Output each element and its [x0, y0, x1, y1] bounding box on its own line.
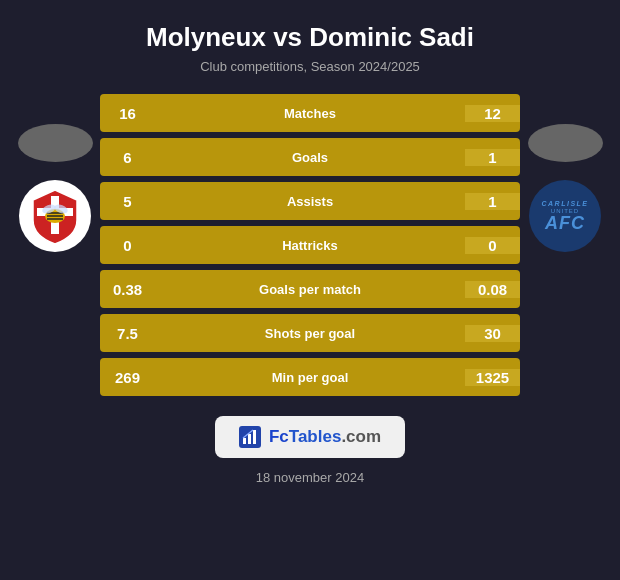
- tables-text: Tables: [289, 427, 342, 446]
- stat-left-value: 0: [100, 237, 155, 254]
- stat-row: 16Matches12: [100, 94, 520, 132]
- fctables-badge: FcTables.com: [215, 416, 405, 458]
- stats-container: 16Matches126Goals15Assists10Hattricks00.…: [100, 94, 520, 396]
- stat-row: 7.5Shots per goal30: [100, 314, 520, 352]
- stat-row: 5Assists1: [100, 182, 520, 220]
- svg-rect-9: [248, 434, 251, 444]
- stat-label: Min per goal: [155, 370, 465, 385]
- bee-icon: [25, 186, 85, 246]
- fc-text: Fc: [269, 427, 289, 446]
- footer-date: 18 november 2024: [256, 470, 364, 485]
- stat-left-value: 0.38: [100, 281, 155, 298]
- stat-right-value: 30: [465, 325, 520, 342]
- stat-row: 269Min per goal1325: [100, 358, 520, 396]
- right-team-emblem: CARLISLE UNITED AFC: [529, 180, 601, 252]
- stat-right-value: 1325: [465, 369, 520, 386]
- svg-rect-10: [253, 430, 256, 444]
- stat-label: Shots per goal: [155, 326, 465, 341]
- page-wrapper: Molyneux vs Dominic Sadi Club competitio…: [0, 0, 620, 580]
- main-content: 16Matches126Goals15Assists10Hattricks00.…: [0, 94, 620, 396]
- dotcom-text: .com: [341, 427, 381, 446]
- stat-right-value: 1: [465, 193, 520, 210]
- right-ellipse-decoration: [528, 124, 603, 162]
- stat-label: Assists: [155, 194, 465, 209]
- stat-label: Matches: [155, 106, 465, 121]
- left-ellipse-decoration: [18, 124, 93, 162]
- svg-rect-8: [243, 438, 246, 444]
- stat-label: Hattricks: [155, 238, 465, 253]
- stat-left-value: 6: [100, 149, 155, 166]
- stat-left-value: 5: [100, 193, 155, 210]
- stat-right-value: 12: [465, 105, 520, 122]
- page-title: Molyneux vs Dominic Sadi: [146, 22, 474, 53]
- page-subtitle: Club competitions, Season 2024/2025: [200, 59, 420, 74]
- stat-label: Goals per match: [155, 282, 465, 297]
- stat-right-value: 0.08: [465, 281, 520, 298]
- right-team-logo: CARLISLE UNITED AFC: [520, 94, 610, 252]
- stat-label: Goals: [155, 150, 465, 165]
- fctables-label: FcTables.com: [269, 427, 381, 447]
- fctables-icon: [239, 426, 261, 448]
- stat-row: 6Goals1: [100, 138, 520, 176]
- stat-row: 0Hattricks0: [100, 226, 520, 264]
- left-team-logo: [10, 94, 100, 252]
- stat-right-value: 0: [465, 237, 520, 254]
- stat-left-value: 7.5: [100, 325, 155, 342]
- stat-right-value: 1: [465, 149, 520, 166]
- chart-icon: [241, 428, 259, 446]
- stat-left-value: 269: [100, 369, 155, 386]
- stat-left-value: 16: [100, 105, 155, 122]
- stat-row: 0.38Goals per match0.08: [100, 270, 520, 308]
- left-team-emblem: [19, 180, 91, 252]
